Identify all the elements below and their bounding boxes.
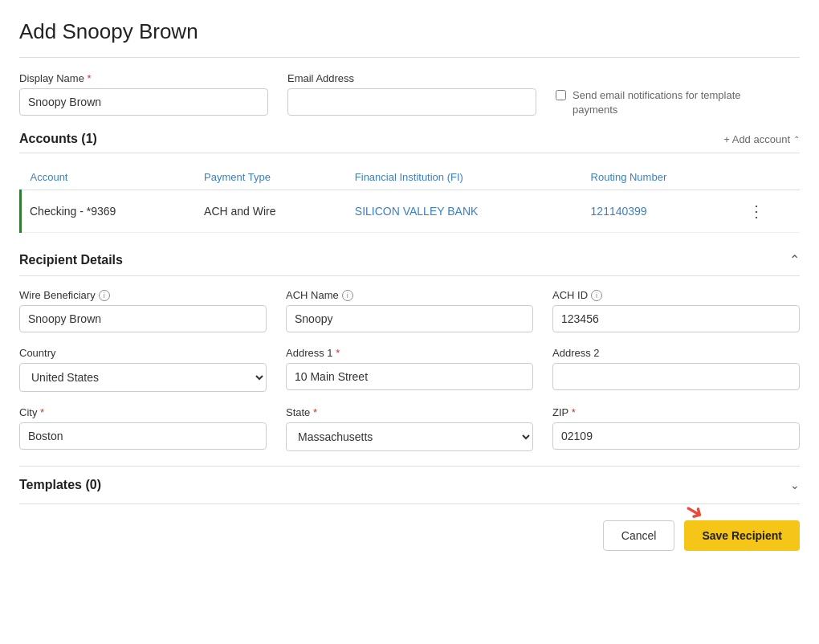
payment-type: ACH and Wire	[194, 190, 345, 233]
accounts-section-header: Accounts (1) + Add account ⌃	[19, 132, 800, 146]
accounts-table-head: Account Payment Type Financial Instituti…	[21, 165, 801, 190]
state-label: State *	[286, 406, 533, 418]
email-address-input[interactable]	[287, 88, 536, 116]
footer-divider	[19, 503, 800, 504]
ach-name-label: ACH Name i	[286, 289, 533, 301]
accounts-title: Accounts (1)	[19, 132, 97, 146]
save-recipient-button[interactable]: Save Recipient	[684, 520, 800, 551]
zip-label: ZIP *	[552, 406, 800, 418]
recipient-details-header: Recipient Details ⌃	[19, 252, 800, 267]
country-select[interactable]: United States	[19, 363, 267, 392]
address2-input[interactable]	[552, 363, 800, 390]
templates-title: Templates (0)	[19, 478, 101, 492]
recipient-details-divider	[19, 275, 800, 276]
routing-number: 121140399	[581, 190, 739, 233]
recipient-details-title: Recipient Details	[19, 253, 123, 267]
footer-buttons: ➜ Cancel Save Recipient	[19, 520, 800, 551]
add-account-link[interactable]: + Add account ⌃	[723, 133, 800, 145]
ach-name-group: ACH Name i	[286, 289, 533, 332]
display-name-label: Display Name *	[19, 72, 268, 84]
recipient-details-form: Wire Beneficiary i ACH Name i	[19, 289, 800, 451]
row-city-state-zip: City * State * Massachusetts ZIP *	[19, 406, 800, 451]
page-title: Add Snoopy Brown	[19, 19, 800, 44]
ach-id-label: ACH ID i	[552, 289, 800, 301]
email-notification-group: Send email notifications for template pa…	[556, 88, 749, 117]
state-group: State * Massachusetts	[286, 406, 533, 451]
ach-id-info-icon: i	[591, 290, 602, 301]
wire-beneficiary-group: Wire Beneficiary i	[19, 289, 267, 332]
ach-name-info-icon: i	[342, 290, 353, 301]
ach-id-group: ACH ID i	[552, 289, 800, 332]
display-name-group: Display Name *	[19, 72, 268, 116]
col-routing: Routing Number	[581, 165, 739, 190]
accounts-divider	[19, 153, 800, 153]
city-input[interactable]	[19, 422, 267, 450]
zip-group: ZIP *	[552, 406, 800, 450]
templates-header: Templates (0) ⌄	[19, 467, 800, 503]
address1-input[interactable]	[286, 363, 533, 390]
fi-name: SILICON VALLEY BANK	[345, 190, 581, 233]
address2-group: Address 2	[552, 347, 800, 390]
email-notification-checkbox[interactable]	[556, 90, 566, 100]
fi-link[interactable]: SILICON VALLEY BANK	[355, 205, 479, 218]
country-group: Country United States	[19, 347, 267, 392]
zip-input[interactable]	[552, 422, 800, 450]
address2-label: Address 2	[552, 347, 800, 359]
city-label: City *	[19, 406, 267, 418]
email-notification-label: Send email notifications for template pa…	[572, 88, 749, 117]
page-container: Add Snoopy Brown Display Name * Email Ad…	[0, 0, 819, 644]
wire-beneficiary-label: Wire Beneficiary i	[19, 289, 267, 301]
row-wire-ach: Wire Beneficiary i ACH Name i	[19, 289, 800, 332]
col-account: Account	[21, 165, 195, 190]
address1-label: Address 1 *	[286, 347, 533, 359]
col-actions	[739, 165, 800, 190]
wire-beneficiary-info-icon: i	[99, 290, 110, 301]
email-address-label: Email Address	[287, 72, 536, 84]
ach-name-input[interactable]	[286, 305, 533, 332]
state-select[interactable]: Massachusetts	[286, 422, 533, 451]
col-fi: Financial Institution (FI)	[345, 165, 581, 190]
row-actions: ⋮	[739, 190, 800, 233]
templates-section: Templates (0) ⌄	[19, 466, 800, 503]
name-email-row: Display Name * Email Address Send email …	[19, 72, 800, 117]
ach-id-input[interactable]	[552, 305, 800, 332]
address1-group: Address 1 *	[286, 347, 533, 390]
col-payment-type: Payment Type	[194, 165, 345, 190]
email-address-group: Email Address	[287, 72, 536, 116]
account-name: Checking - *9369	[21, 190, 195, 233]
collapse-icon[interactable]: ⌃	[789, 252, 800, 267]
accounts-table: Account Payment Type Financial Instituti…	[19, 165, 800, 233]
city-group: City *	[19, 406, 267, 450]
templates-chevron-icon[interactable]: ⌄	[790, 479, 800, 491]
cancel-button[interactable]: Cancel	[603, 520, 675, 551]
accounts-table-header-row: Account Payment Type Financial Instituti…	[21, 165, 801, 190]
accounts-table-body: Checking - *9369 ACH and Wire SILICON VA…	[21, 190, 801, 233]
row-country-address: Country United States Address 1 * Addres…	[19, 347, 800, 392]
table-row: Checking - *9369 ACH and Wire SILICON VA…	[21, 190, 801, 233]
wire-beneficiary-input[interactable]	[19, 305, 267, 332]
country-label: Country	[19, 347, 267, 359]
display-name-input[interactable]	[19, 88, 268, 116]
row-menu-icon[interactable]: ⋮	[748, 202, 766, 220]
top-divider	[19, 57, 800, 58]
add-account-chevron-icon: ⌃	[793, 135, 800, 144]
